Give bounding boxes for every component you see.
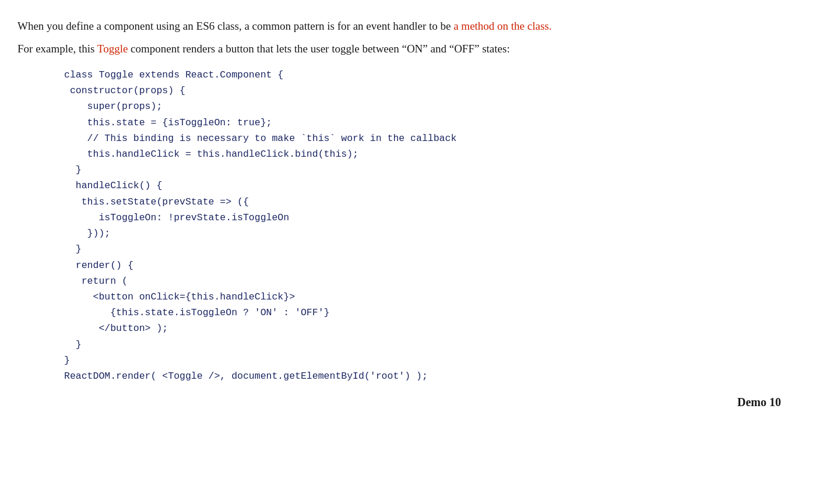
code-line: class Toggle extends React.Component { (64, 69, 283, 80)
page-content: When you define a component using an ES6… (17, 17, 787, 409)
code-line: } (64, 339, 82, 350)
demo-label: Demo 10 (17, 396, 787, 409)
intro-text2-before: For example, this (17, 43, 97, 55)
code-line: super(props); (64, 101, 162, 112)
code-line: })); (64, 228, 110, 239)
code-line: isToggleOn: !prevState.isToggleOn (64, 212, 289, 223)
code-line: } (64, 244, 82, 255)
code-line: this.state = {isToggleOn: true}; (64, 117, 272, 128)
intro-paragraph-2: For example, this Toggle component rende… (17, 40, 787, 57)
code-line: this.setState(prevState => ({ (64, 196, 249, 207)
code-line: this.handleClick = this.handleClick.bind… (64, 149, 358, 160)
code-line: } (64, 164, 82, 175)
code-line: </button> ); (64, 323, 168, 334)
code-line: ReactDOM.render( <Toggle />, document.ge… (64, 371, 428, 382)
intro-text-before-link: When you define a component using an ES6… (17, 20, 453, 32)
code-line: return ( (64, 276, 128, 287)
method-link[interactable]: a method on the class. (453, 20, 551, 32)
toggle-highlight: Toggle (97, 43, 128, 55)
code-block: class Toggle extends React.Component { c… (17, 67, 787, 384)
code-line: {this.state.isToggleOn ? 'ON' : 'OFF'} (64, 307, 329, 318)
code-line: <button onClick={this.handleClick}> (64, 291, 295, 302)
code-line: // This binding is necessary to make `th… (64, 133, 456, 144)
code-line: handleClick() { (64, 180, 162, 191)
intro-paragraph-1: When you define a component using an ES6… (17, 17, 787, 34)
code-line: constructor(props) { (64, 85, 185, 96)
code-line: render() { (64, 260, 133, 271)
intro-text2-after: component renders a button that lets the… (128, 43, 509, 55)
code-line: } (64, 355, 70, 366)
